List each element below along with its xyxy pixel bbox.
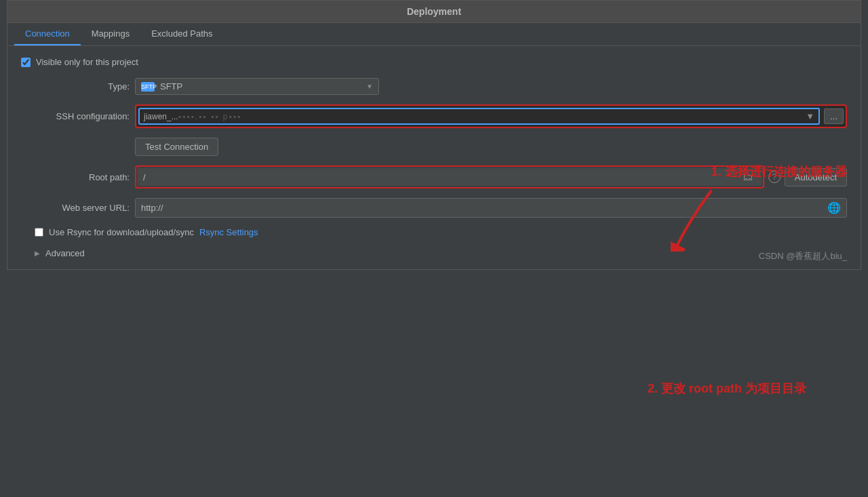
dialog-content: Visible only for this project Type: SFTP… [7,46,861,269]
rsync-row: Use Rsync for download/upload/sync Rsync… [35,227,847,237]
watermark: CSDN @香蕉超人biu_ [759,250,847,262]
rsync-settings-link[interactable]: Rsync Settings [199,227,258,237]
dialog-title: Deployment [7,1,861,23]
tab-connection[interactable]: Connection [14,23,81,45]
ssh-value: jiawen_...▪▪▪▪.▪▪ ▪▪ p▪▪▪ [144,112,241,121]
tab-excluded-paths[interactable]: Excluded Paths [140,23,223,45]
ssh-dots-button[interactable]: ... [824,108,844,124]
web-globe-icon: 🌐 [827,201,841,214]
web-url-label: Web server URL: [21,203,130,213]
visible-only-label: Visible only for this project [36,57,138,67]
ssh-dropdown[interactable]: jiawen_...▪▪▪▪.▪▪ ▪▪ p▪▪▪ ▼ [138,108,820,125]
root-path-input[interactable]: / 🗂 [138,168,762,186]
web-url-control: http:// 🌐 [135,198,847,218]
advanced-row: ▶ Advanced [35,248,847,258]
advanced-triangle-icon[interactable]: ▶ [35,250,40,257]
test-connection-row: Test Connection [21,138,847,165]
annotation-2: 2. 更改 root path 为项目目录 [648,380,806,397]
root-path-value: / [143,172,146,182]
type-value: SFTP [160,81,182,92]
type-select[interactable]: SFTP SFTP ▼ [135,78,379,95]
root-path-red-box: / 🗂 [135,165,764,188]
deployment-dialog: Deployment Connection Mappings Excluded … [7,0,861,270]
visible-only-checkbox[interactable] [21,58,31,67]
ssh-control: jiawen_...▪▪▪▪.▪▪ ▪▪ p▪▪▪ ▼ ... [135,104,847,128]
ssh-config-row: SSH configuration: jiawen_...▪▪▪▪.▪▪ ▪▪ … [21,104,847,128]
type-control: SFTP SFTP ▼ [135,78,847,95]
web-url-value: http:// [141,203,163,213]
visible-only-row: Visible only for this project [21,57,847,67]
type-dropdown-arrow: ▼ [366,83,373,90]
advanced-label[interactable]: Advanced [45,248,85,258]
rsync-checkbox[interactable] [35,228,43,237]
type-label: Type: [21,81,130,92]
ssh-label: SSH configuration: [21,111,130,121]
root-path-label: Root path: [21,172,130,182]
tabs-bar: Connection Mappings Excluded Paths [7,23,861,46]
ssh-dropdown-arrow: ▼ [806,111,814,121]
type-row: Type: SFTP SFTP ▼ [21,78,847,95]
test-connection-button[interactable]: Test Connection [135,138,218,156]
web-url-input[interactable]: http:// 🌐 [135,198,847,218]
rsync-label: Use Rsync for download/upload/sync [49,227,194,237]
annotation-1: 1. 选择进行连接的服务器 [711,163,847,180]
tab-mappings[interactable]: Mappings [81,23,140,45]
ssh-highlighted-box: jiawen_...▪▪▪▪.▪▪ ▪▪ p▪▪▪ ▼ ... [135,104,847,128]
sftp-icon: SFTP [141,82,155,92]
web-url-row: Web server URL: http:// 🌐 [21,198,847,218]
